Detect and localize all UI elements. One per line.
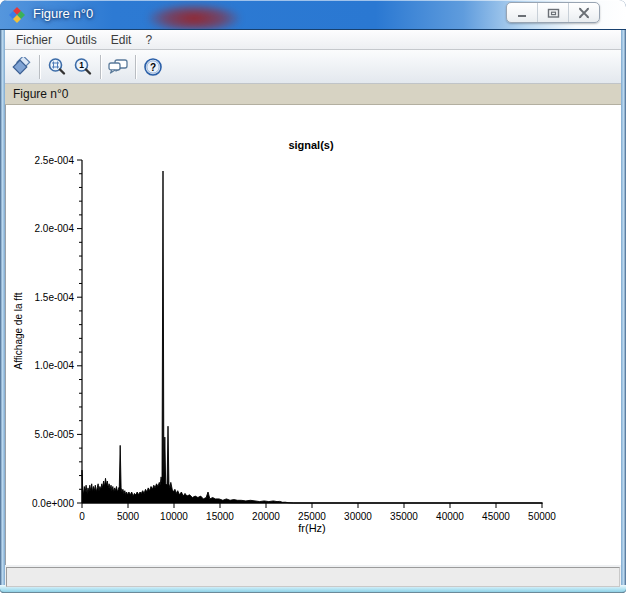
x-tick-label: 40000 xyxy=(436,511,464,522)
maximize-button[interactable] xyxy=(537,3,568,22)
figure-label: Figure n°0 xyxy=(13,87,69,101)
figure-label-strip: Figure n°0 xyxy=(5,84,621,105)
plot-canvas[interactable]: signal(s) fr(Hz) Affichage de la fft 050… xyxy=(5,105,621,565)
close-button[interactable] xyxy=(568,3,599,22)
datatip-button[interactable] xyxy=(105,54,131,80)
y-tick-label: 2.5e-004 xyxy=(35,155,75,166)
menu-fichier[interactable]: Fichier xyxy=(9,32,59,48)
toolbar: 1 ? xyxy=(5,50,621,84)
svg-text:?: ? xyxy=(150,61,156,72)
close-icon xyxy=(578,7,590,19)
x-tick-label: 45000 xyxy=(482,511,510,522)
status-bar xyxy=(6,567,620,587)
window-frame-right xyxy=(621,30,626,586)
plot-title: signal(s) xyxy=(288,139,334,151)
zoom-original-button[interactable]: 1 xyxy=(70,54,96,80)
toolbar-separator xyxy=(39,55,40,79)
x-tick-label: 10000 xyxy=(160,511,188,522)
svg-text:1: 1 xyxy=(79,60,84,70)
speech-bubbles-icon xyxy=(107,57,129,77)
x-tick-label: 5000 xyxy=(117,511,140,522)
x-tick-label: 20000 xyxy=(252,511,280,522)
figure-window: Figure n°0 xyxy=(0,0,626,593)
x-tick-label: 0 xyxy=(79,511,85,522)
maximize-icon xyxy=(547,7,560,19)
minimize-icon xyxy=(516,7,528,19)
x-axis-label: fr(Hz) xyxy=(298,522,326,534)
x-tick-label: 15000 xyxy=(206,511,234,522)
help-button[interactable]: ? xyxy=(140,54,166,80)
x-tick-label: 30000 xyxy=(344,511,372,522)
help-icon: ? xyxy=(143,57,163,77)
scilab-logo-icon[interactable] xyxy=(9,7,25,23)
y-axis-label: Affichage de la fft xyxy=(13,292,24,369)
zoom-area-icon xyxy=(47,57,67,77)
menu-bar: Fichier Outils Edit ? xyxy=(5,30,621,50)
menu-edit[interactable]: Edit xyxy=(104,32,139,48)
x-tick-label: 25000 xyxy=(298,511,326,522)
y-tick-label: 5.0e-005 xyxy=(35,429,75,440)
client-area: Fichier Outils Edit ? xyxy=(5,30,621,586)
fft-plot[interactable]: signal(s) fr(Hz) Affichage de la fft 050… xyxy=(6,105,620,561)
window-title: Figure n°0 xyxy=(33,6,93,21)
y-tick-label: 0.0e+000 xyxy=(32,498,74,509)
y-tick-label: 2.0e-004 xyxy=(35,223,75,234)
rotate-3d-button[interactable] xyxy=(9,54,35,80)
titlebar-reflection xyxy=(148,4,240,30)
menu-outils[interactable]: Outils xyxy=(59,32,104,48)
toolbar-separator xyxy=(135,55,136,79)
x-tick-label: 35000 xyxy=(390,511,418,522)
y-tick-label: 1.5e-004 xyxy=(35,292,75,303)
zoom-reset-icon: 1 xyxy=(73,57,93,77)
menu-help[interactable]: ? xyxy=(138,32,159,48)
zoom-area-button[interactable] xyxy=(44,54,70,80)
caption-buttons xyxy=(506,2,600,23)
rotate-icon xyxy=(12,57,32,77)
minimize-button[interactable] xyxy=(507,3,537,22)
x-tick-label: 50000 xyxy=(528,511,556,522)
fft-spectrum-series xyxy=(82,171,542,503)
toolbar-separator xyxy=(100,55,101,79)
title-bar[interactable]: Figure n°0 xyxy=(0,0,626,30)
y-tick-label: 1.0e-004 xyxy=(35,360,75,371)
